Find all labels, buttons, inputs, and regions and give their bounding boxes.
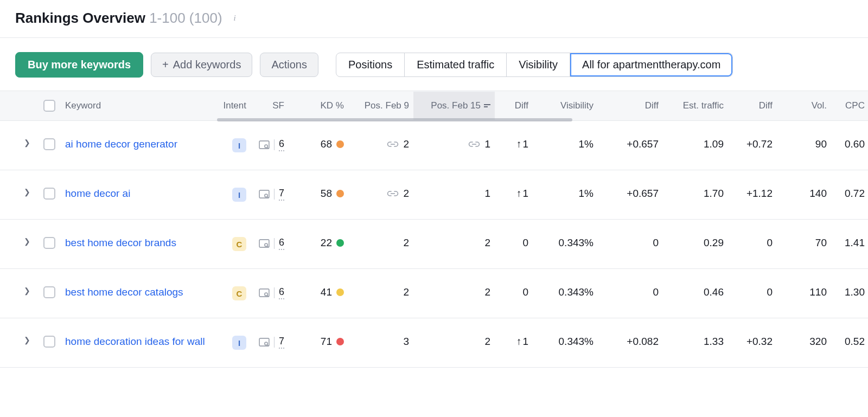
expand-row-chevron[interactable]: ❯ — [15, 138, 39, 147]
col-visibility[interactable]: Visibility — [533, 100, 598, 111]
serp-features-icon — [259, 140, 270, 149]
cpc-cell: 0.52 — [831, 336, 868, 348]
kd-dot-icon — [336, 239, 344, 247]
expand-row-chevron[interactable]: ❯ — [15, 188, 39, 196]
cpc-cell: 0.60 — [831, 138, 868, 150]
est-traffic-cell: 0.46 — [663, 286, 728, 298]
est-traffic-cell: 0.29 — [663, 237, 728, 249]
link-icon — [468, 140, 480, 148]
vol-cell: 110 — [777, 286, 831, 298]
kd-dot-icon — [336, 190, 344, 197]
row-checkbox[interactable] — [43, 138, 55, 150]
serp-features-cell[interactable]: 7 — [251, 336, 289, 349]
col-pos-cur[interactable]: Pos. Feb 15 — [413, 92, 495, 120]
diff-vis-cell: +0.657 — [598, 188, 663, 200]
info-icon[interactable]: i — [230, 14, 240, 23]
row-checkbox[interactable] — [43, 336, 55, 348]
plus-icon: + — [162, 59, 169, 71]
expand-row-chevron[interactable]: ❯ — [15, 237, 39, 246]
vol-cell: 140 — [777, 188, 831, 200]
kd-cell: 22 — [289, 237, 348, 249]
col-intent[interactable]: Intent — [213, 100, 251, 111]
expand-row-chevron[interactable]: ❯ — [15, 286, 39, 295]
intent-badge: I — [232, 336, 246, 350]
sort-icon — [484, 104, 490, 107]
keyword-link[interactable]: home decoration ideas for wall — [65, 336, 205, 348]
serp-features-cell[interactable]: 7 — [251, 188, 289, 201]
diff-traf-cell: 0 — [728, 286, 777, 298]
keyword-link[interactable]: ai home decor generator — [65, 138, 177, 150]
serp-features-icon — [259, 239, 270, 248]
diff-traf-cell: +1.12 — [728, 188, 777, 200]
buy-keywords-button[interactable]: Buy more keywords — [15, 52, 143, 78]
col-keyword[interactable]: Keyword — [61, 100, 213, 111]
expand-row-chevron[interactable]: ❯ — [15, 336, 39, 344]
col-vol[interactable]: Vol. — [777, 100, 831, 111]
keyword-link[interactable]: best home decor brands — [65, 237, 176, 249]
table-row: ❯ai home decor generatorI6682111%+0.6571… — [0, 121, 868, 170]
diff-vis-cell: 0 — [598, 286, 663, 298]
tab-all-for-domain[interactable]: All for apartmenttherapy.com — [570, 53, 732, 76]
serp-features-cell[interactable]: 6 — [251, 138, 289, 151]
col-pos-prev[interactable]: Pos. Feb 9 — [348, 100, 413, 111]
link-icon — [387, 140, 399, 148]
col-diff-pos[interactable]: Diff — [495, 100, 533, 111]
cpc-cell: 1.41 — [831, 237, 868, 249]
diff-pos-cell: 1 — [495, 138, 533, 150]
diff-vis-cell: 0 — [598, 237, 663, 249]
diff-traf-cell: +0.72 — [728, 138, 777, 150]
kd-dot-icon — [336, 338, 344, 345]
table-row: ❯best home decor catalogsC6412200.343%00… — [0, 269, 868, 318]
diff-pos-cell: 0 — [495, 286, 533, 298]
col-diff-vis[interactable]: Diff — [598, 100, 663, 111]
table-header: Keyword Intent SF KD % Pos. Feb 9 Pos. F… — [0, 91, 868, 121]
actions-button[interactable]: Actions — [260, 53, 318, 77]
est-traffic-cell: 1.09 — [663, 138, 728, 150]
pos-cur-cell: 2 — [413, 237, 495, 249]
intent-badge: C — [232, 286, 246, 300]
table-row: ❯home decor aiI7582111%+0.6571.70+1.1214… — [0, 170, 868, 220]
horizontal-scrollbar[interactable] — [217, 118, 572, 121]
diff-pos-cell: 1 — [495, 188, 533, 200]
tab-estimated-traffic[interactable]: Estimated traffic — [405, 53, 507, 76]
intent-badge: I — [232, 188, 246, 202]
col-sf[interactable]: SF — [251, 100, 289, 111]
select-all-checkbox[interactable] — [43, 100, 55, 112]
tab-visibility[interactable]: Visibility — [507, 53, 570, 76]
intent-badge: I — [232, 138, 246, 152]
title-range: 1-100 (100) — [149, 10, 222, 26]
serp-features-icon — [259, 190, 270, 198]
pos-prev-cell: 2 — [348, 237, 413, 249]
diff-vis-cell: +0.657 — [598, 138, 663, 150]
est-traffic-cell: 1.33 — [663, 336, 728, 348]
vol-cell: 90 — [777, 138, 831, 150]
diff-traf-cell: +0.32 — [728, 336, 777, 348]
kd-cell: 41 — [289, 286, 348, 298]
col-kd[interactable]: KD % — [289, 100, 348, 111]
visibility-cell: 0.343% — [533, 336, 598, 348]
intent-badge: C — [232, 237, 246, 251]
tab-positions[interactable]: Positions — [336, 53, 405, 76]
col-diff-traf[interactable]: Diff — [728, 100, 777, 111]
link-icon — [387, 190, 399, 197]
col-pos-cur-label: Pos. Feb 15 — [431, 100, 481, 111]
diff-pos-cell: 0 — [495, 237, 533, 249]
serp-features-cell[interactable]: 6 — [251, 286, 289, 299]
kd-cell: 68 — [289, 138, 348, 150]
serp-features-cell[interactable]: 6 — [251, 237, 289, 250]
cpc-cell: 0.72 — [831, 188, 868, 200]
kd-cell: 71 — [289, 336, 348, 348]
col-cpc[interactable]: CPC — [831, 100, 868, 111]
visibility-cell: 0.343% — [533, 237, 598, 249]
page-header: Rankings Overview 1-100 (100) i — [0, 0, 868, 38]
cpc-cell: 1.30 — [831, 286, 868, 298]
row-checkbox[interactable] — [43, 237, 55, 249]
keyword-link[interactable]: best home decor catalogs — [65, 286, 183, 298]
keyword-link[interactable]: home decor ai — [65, 188, 130, 200]
table-row: ❯best home decor brandsC6222200.343%00.2… — [0, 220, 868, 269]
row-checkbox[interactable] — [43, 286, 55, 298]
visibility-cell: 0.343% — [533, 286, 598, 298]
row-checkbox[interactable] — [43, 188, 55, 200]
col-est-traffic[interactable]: Est. traffic — [663, 100, 728, 111]
add-keywords-button[interactable]: + Add keywords — [151, 53, 252, 77]
